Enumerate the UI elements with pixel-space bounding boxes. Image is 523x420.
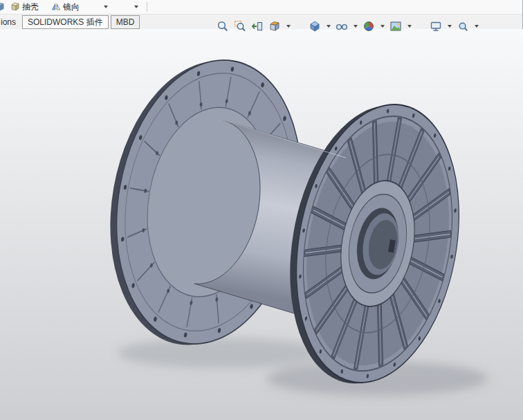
headsup-toolbar bbox=[216, 19, 479, 34]
ribbon-toolbar: 抽壳 镜向 bbox=[0, 0, 522, 15]
display-style-icon[interactable] bbox=[308, 19, 322, 33]
flyout-dropdown-2[interactable] bbox=[131, 1, 141, 12]
chevron-down-icon bbox=[134, 6, 138, 8]
section-view-dropdown[interactable] bbox=[285, 19, 291, 33]
zoom-to-area-icon[interactable] bbox=[233, 19, 247, 33]
shell-button[interactable]: 抽壳 bbox=[7, 1, 42, 13]
model-viewport[interactable] bbox=[0, 29, 523, 420]
toolbar-separator bbox=[147, 2, 147, 12]
chevron-down-icon bbox=[104, 6, 108, 8]
view-settings-dropdown[interactable] bbox=[446, 19, 452, 33]
mirror-icon bbox=[51, 2, 61, 12]
appearance-dropdown[interactable] bbox=[379, 19, 385, 33]
chevron-down-icon bbox=[286, 25, 291, 28]
zoom-to-fit-icon[interactable] bbox=[216, 19, 230, 33]
section-view-icon[interactable] bbox=[268, 19, 282, 33]
apply-scene-icon[interactable] bbox=[389, 19, 403, 33]
hide-show-items-icon[interactable] bbox=[335, 19, 349, 33]
display-style-dropdown[interactable] bbox=[325, 19, 331, 33]
scene-dropdown[interactable] bbox=[406, 19, 412, 33]
view-settings-icon[interactable] bbox=[429, 19, 443, 33]
shell-button-label: 抽壳 bbox=[22, 1, 39, 13]
mirror-button-label: 镜向 bbox=[63, 1, 80, 13]
shell-icon bbox=[10, 2, 20, 12]
tab-partial[interactable]: ions bbox=[0, 16, 19, 28]
chevron-down-icon bbox=[407, 25, 412, 28]
magnify-dropdown[interactable] bbox=[473, 19, 479, 33]
hide-show-dropdown[interactable] bbox=[352, 19, 358, 33]
magnify-icon[interactable] bbox=[456, 19, 470, 33]
chevron-down-icon bbox=[475, 25, 479, 28]
graphics-area[interactable] bbox=[0, 29, 523, 420]
cutoff-feature-button[interactable] bbox=[0, 1, 7, 13]
cutoff-feature-icon bbox=[0, 2, 6, 12]
chevron-down-icon bbox=[448, 25, 452, 28]
chevron-down-icon bbox=[354, 25, 358, 28]
chevron-down-icon bbox=[380, 25, 385, 28]
mirror-button[interactable]: 镜向 bbox=[48, 1, 83, 13]
tab-mbd[interactable]: MBD bbox=[111, 15, 140, 29]
chevron-down-icon bbox=[327, 25, 331, 28]
edit-appearance-icon[interactable] bbox=[362, 19, 376, 33]
previous-view-icon[interactable] bbox=[250, 19, 264, 33]
solidworks-window: 抽壳 镜向 ions SOLIDWORKS 插件 MBD bbox=[0, 0, 523, 420]
tab-solidworks-addins[interactable]: SOLIDWORKS 插件 bbox=[22, 15, 109, 29]
flyout-dropdown-1[interactable] bbox=[101, 1, 111, 12]
